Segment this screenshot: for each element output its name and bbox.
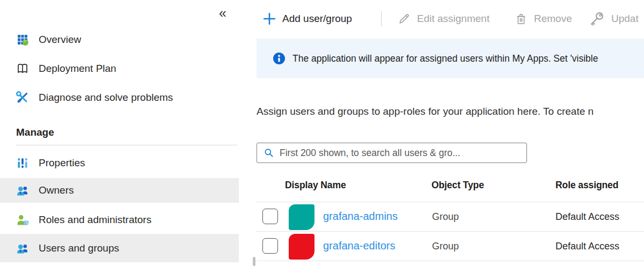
- sidebar-item-overview[interactable]: Overview: [0, 27, 239, 52]
- group-avatar: [289, 234, 314, 260]
- remove-button[interactable]: Remove: [514, 11, 572, 27]
- add-user-group-button[interactable]: Add user/group: [262, 11, 352, 27]
- grid-globe-icon: [16, 33, 29, 46]
- book-icon: [16, 62, 29, 75]
- group-name-link[interactable]: grafana-editors: [323, 240, 396, 252]
- sidebar-item-diagnose[interactable]: Diagnose and solve problems: [0, 85, 239, 110]
- people-icon: [16, 242, 29, 255]
- tools-icon: [16, 91, 29, 104]
- bars-icon: [16, 157, 29, 169]
- sidebar-item-label: Overview: [39, 34, 81, 46]
- group-name-link[interactable]: grafana-admins: [323, 210, 398, 223]
- people-icon: [16, 184, 29, 197]
- remove-label: Remove: [534, 13, 572, 25]
- pencil-icon: [397, 12, 411, 26]
- column-header-role-assigned[interactable]: Role assigned: [555, 180, 618, 191]
- person-cube-icon: [16, 213, 29, 226]
- info-banner: The application will appear for assigned…: [257, 39, 644, 78]
- row-divider: [257, 202, 644, 202]
- sidebar-item-deployment-plan[interactable]: Deployment Plan: [0, 56, 239, 81]
- sidebar-scrollbar-thumb[interactable]: [253, 257, 255, 266]
- toolbar-separator: [381, 11, 382, 26]
- sidebar-item-properties[interactable]: Properties: [0, 151, 239, 175]
- users-and-groups-page: « Overview Deployment Plan: [0, 0, 644, 266]
- sidebar-divider: [16, 145, 237, 145]
- sidebar-collapse-icon[interactable]: «: [219, 6, 226, 20]
- group-avatar: [289, 204, 314, 230]
- column-header-display-name[interactable]: Display Name: [285, 180, 346, 191]
- sidebar-item-label: Roles and administrators: [39, 214, 151, 226]
- info-icon: [273, 52, 286, 65]
- edit-assignment-label: Edit assignment: [417, 13, 489, 25]
- sidebar-item-label: Properties: [39, 157, 85, 169]
- add-user-group-label: Add user/group: [282, 13, 352, 25]
- role-assigned-cell: Default Access: [555, 241, 619, 252]
- row-divider: [257, 231, 644, 232]
- sidebar-item-users-and-groups[interactable]: Users and groups: [0, 234, 239, 262]
- column-header-object-type[interactable]: Object Type: [431, 180, 484, 191]
- sidebar-item-label: Users and groups: [39, 242, 119, 254]
- role-assigned-cell: Default Access: [555, 211, 619, 223]
- page-description: Assign users and groups to app-roles for…: [257, 106, 644, 117]
- sidebar-item-owners[interactable]: Owners: [0, 178, 239, 203]
- row-divider: [257, 261, 644, 261]
- trash-icon: [514, 12, 528, 26]
- plus-icon: [262, 12, 276, 26]
- update-credentials-label: Updat: [611, 13, 639, 25]
- sidebar-section-manage: Manage: [16, 127, 54, 138]
- sidebar-item-label: Diagnose and solve problems: [39, 92, 173, 104]
- key-icon: [588, 10, 605, 27]
- object-type-cell: Group: [432, 211, 459, 223]
- info-banner-text: The application will appear for assigned…: [292, 53, 641, 64]
- update-credentials-button[interactable]: Updat: [588, 11, 639, 27]
- search-box: [257, 143, 527, 163]
- search-input[interactable]: [257, 143, 527, 163]
- row-checkbox[interactable]: [262, 209, 278, 224]
- sidebar-item-roles-administrators[interactable]: Roles and administrators: [0, 208, 239, 232]
- edit-assignment-button[interactable]: Edit assignment: [397, 11, 489, 27]
- sidebar-item-label: Deployment Plan: [39, 63, 116, 75]
- sidebar-item-label: Owners: [39, 184, 74, 196]
- object-type-cell: Group: [432, 241, 459, 252]
- row-checkbox[interactable]: [262, 238, 278, 254]
